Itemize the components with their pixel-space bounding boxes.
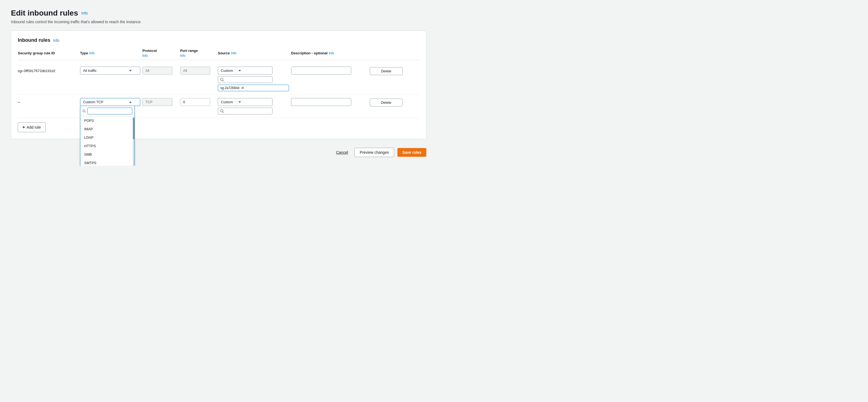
svg-line-5 [223,111,224,113]
page-title-info-link[interactable]: Info [82,11,88,15]
source-search-wrapper-1 [218,76,273,83]
port-input-2[interactable] [180,98,210,106]
scrollbar-track [133,118,134,166]
chevron-down-icon [238,101,241,103]
cell-protocol-1 [143,67,178,74]
cell-source-1: Custom sg-2a72684e ✕ [218,67,289,91]
cell-port-1 [180,67,216,74]
type-select-label-2: Custom TCP [83,100,103,104]
protocol-input-2 [143,98,173,106]
type-select-2[interactable]: Custom TCP [80,98,140,106]
chevron-down-icon [238,70,241,72]
source-info-link[interactable]: Info [231,51,237,55]
table-row: sgr-0ff5917672db191d2 All traffic Custom [18,63,420,95]
source-tag-badge-1: sg-2a72684e ✕ [218,85,289,91]
type-select-label-1: All traffic [83,69,97,73]
rule-id-value-2: – [18,98,78,105]
type-select-1[interactable]: All traffic [80,67,140,74]
protocol-input-1 [143,67,173,74]
inbound-rules-card: Inbound rules Info Security group rule I… [11,31,426,139]
search-icon [220,109,224,113]
source-label-1: Custom [218,67,236,74]
cell-type-2: Custom TCP POP3 IMAP LDA [80,98,140,106]
preview-changes-button[interactable]: Preview changes [354,148,394,157]
list-item[interactable]: LDAP [80,133,134,142]
cell-protocol-2 [143,98,178,106]
cell-rule-id-1: sgr-0ff5917672db191d2 [18,67,78,73]
cell-type-1: All traffic [80,67,140,74]
save-rules-button[interactable]: Save rules [397,148,426,157]
list-item[interactable]: POP3 [80,116,134,125]
delete-btn-1[interactable]: Delete [370,67,403,75]
page-title: Edit inbound rules Info [11,9,426,18]
cell-source-2: Custom [218,98,289,114]
svg-line-3 [85,111,86,112]
description-input-1[interactable] [291,67,351,74]
page-title-text: Edit inbound rules [11,9,78,18]
card-title: Inbound rules Info [18,37,420,43]
card-title-info-link[interactable]: Info [53,38,59,43]
port-range-info-link[interactable]: Info [180,54,186,58]
footer-actions: Cancel Preview changes Save rules [11,148,426,157]
search-icon [220,78,224,82]
source-search-input-1[interactable] [226,77,270,82]
dropdown-list: POP3 IMAP LDAP HTTPS SMB SMTPS IMAPS POP… [80,116,134,166]
source-dropdown-btn-1[interactable] [236,68,243,73]
col-header-port-range: Port range Info [180,48,216,58]
port-input-1 [180,67,210,74]
source-search-input-2[interactable] [226,109,270,113]
chevron-up-icon [129,101,132,103]
plus-icon: + [23,125,25,130]
source-dropdown-btn-2[interactable] [236,100,243,105]
cell-rule-id-2: – [18,98,78,105]
source-group-2: Custom [218,98,273,106]
type-info-link[interactable]: Info [89,51,95,55]
cell-actions-1: Delete [370,67,403,75]
col-header-actions [370,48,403,58]
page-subtitle: Inbound rules control the incoming traff… [11,20,426,24]
type-dropdown-2: POP3 IMAP LDAP HTTPS SMB SMTPS IMAPS POP… [80,106,135,166]
cell-port-2 [180,98,216,106]
col-header-type: Type Info [80,48,140,58]
source-search-wrapper-2 [218,108,273,114]
list-item[interactable]: SMB [80,150,134,159]
description-info-link[interactable]: Info [329,51,334,55]
cell-actions-2: Delete [370,98,403,106]
source-group-1: Custom [218,67,273,74]
add-rule-label: Add rule [27,125,41,129]
table-header: Security group rule ID Type Info Protoco… [18,48,420,60]
scrollbar-thumb[interactable] [133,118,134,139]
source-label-2: Custom [218,98,236,106]
col-header-protocol: Protocol Info [143,48,178,58]
protocol-info-link[interactable]: Info [143,54,148,58]
table-row: – Custom TCP PO [18,95,420,118]
search-icon [83,109,86,113]
add-rule-button[interactable]: + Add rule [18,122,45,132]
chevron-down-icon [129,70,132,72]
dropdown-search-input[interactable] [88,108,132,114]
list-item[interactable]: SMTPS [80,159,134,166]
tag-close-btn-1[interactable]: ✕ [241,86,244,90]
dropdown-search-wrapper [80,106,134,116]
list-item[interactable]: IMAP [80,125,134,133]
list-item[interactable]: HTTPS [80,142,134,150]
rule-id-value-1: sgr-0ff5917672db191d2 [18,67,78,73]
description-input-2[interactable] [291,98,351,106]
card-title-text: Inbound rules [18,37,50,43]
cancel-button[interactable]: Cancel [333,148,351,157]
col-header-source: Source Info [218,48,289,58]
delete-btn-2[interactable]: Delete [370,99,403,106]
col-header-rule-id: Security group rule ID [18,48,78,58]
col-header-description: Description - optional Info [291,48,368,58]
svg-line-1 [223,80,224,81]
cell-description-1 [291,67,368,74]
cell-description-2 [291,98,368,106]
source-tag-value-1: sg-2a72684e [220,86,240,90]
